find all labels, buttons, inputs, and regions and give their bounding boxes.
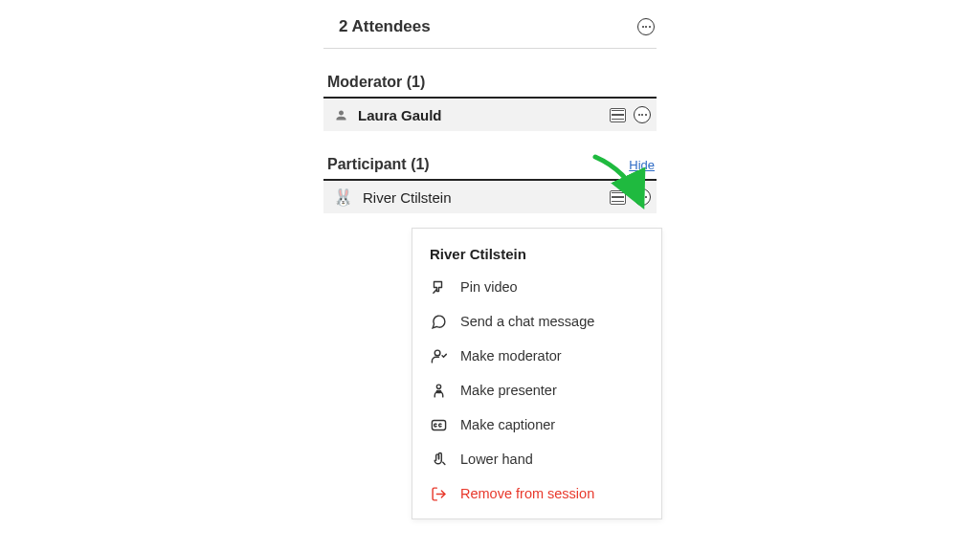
menu-item-make-captioner[interactable]: Make captioner	[412, 408, 661, 442]
panel-title: 2 Attendees	[339, 17, 431, 36]
svg-point-0	[434, 350, 440, 356]
menu-item-chat[interactable]: Send a chat message	[412, 304, 661, 339]
menu-item-make-presenter[interactable]: Make presenter	[412, 373, 661, 408]
menu-item-make-moderator[interactable]: Make moderator	[412, 339, 661, 373]
panel-more-button[interactable]	[637, 18, 655, 35]
panel-header: 2 Attendees	[323, 10, 657, 49]
menu-item-label: Remove from session	[460, 486, 594, 501]
more-horizontal-icon	[638, 196, 647, 198]
menu-header: River Ctilstein	[412, 246, 661, 270]
svg-point-1	[436, 385, 440, 388]
more-horizontal-icon	[638, 114, 647, 116]
exit-icon	[430, 485, 447, 502]
pin-icon	[430, 278, 447, 296]
feedback-icon[interactable]	[610, 108, 626, 122]
hide-link[interactable]: Hide	[629, 158, 655, 172]
chat-icon	[430, 313, 447, 330]
attendee-name: Laura Gauld	[358, 107, 600, 123]
attendee-more-button[interactable]	[634, 188, 651, 206]
captioner-icon	[430, 416, 447, 433]
attendee-row[interactable]: 🐰 River Ctilstein	[323, 181, 657, 213]
menu-item-lower-hand[interactable]: Lower hand	[412, 442, 661, 476]
menu-item-remove[interactable]: Remove from session	[412, 476, 661, 511]
attendee-more-button[interactable]	[634, 106, 651, 123]
participant-section-header: Participant (1) Hide	[323, 156, 657, 181]
participant-section: Participant (1) Hide 🐰 River Ctilstein	[323, 156, 657, 213]
lower-hand-icon	[430, 451, 447, 468]
menu-item-label: Make presenter	[460, 383, 557, 398]
moderator-icon	[430, 347, 447, 364]
menu-item-label: Send a chat message	[460, 314, 594, 329]
feedback-icon[interactable]	[610, 190, 626, 205]
more-horizontal-icon	[642, 26, 651, 28]
person-icon	[333, 107, 348, 122]
moderator-section-header: Moderator (1)	[323, 74, 657, 99]
attendee-row[interactable]: Laura Gauld	[323, 99, 657, 131]
bunny-avatar-icon: 🐰	[333, 189, 353, 206]
moderator-section: Moderator (1) Laura Gauld	[323, 74, 657, 131]
participant-section-title: Participant (1)	[327, 156, 430, 173]
menu-item-label: Make captioner	[460, 417, 555, 432]
attendee-name: River Ctilstein	[363, 189, 600, 206]
presenter-icon	[430, 382, 447, 399]
moderator-section-title: Moderator (1)	[327, 74, 425, 91]
row-actions	[610, 106, 651, 123]
menu-item-label: Pin video	[460, 279, 518, 295]
attendees-panel: 2 Attendees Moderator (1) Laura Gauld	[323, 10, 657, 213]
menu-item-label: Lower hand	[460, 452, 533, 467]
row-actions	[610, 188, 651, 206]
menu-item-pin-video[interactable]: Pin video	[412, 270, 661, 304]
menu-item-label: Make moderator	[460, 348, 562, 364]
attendee-context-menu: River Ctilstein Pin video Send a chat me…	[412, 228, 662, 519]
